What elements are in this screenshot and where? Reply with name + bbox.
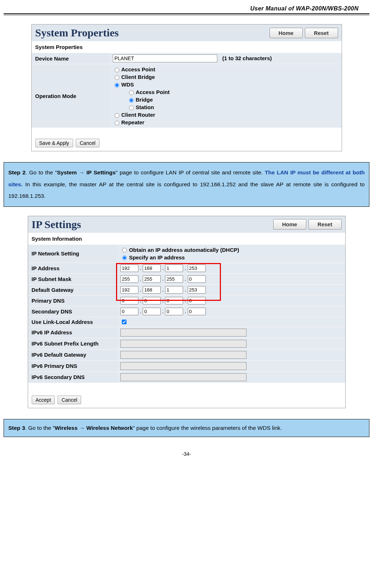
device-name-label: Device Name [32,53,109,64]
step2-prefix: Step 2 [8,169,26,175]
step3-prefix: Step 3 [8,425,25,431]
v6sd-label: IPv6 Secondary DNS [28,371,117,383]
mode-radio-wds-bridge[interactable] [129,98,134,103]
reset-button[interactable]: Reset [305,28,338,38]
mode-label-rp: Repeater [121,119,145,125]
step3-bold1: Wireless → Wireless Network [55,425,133,431]
section-heading: System Properties [32,41,342,53]
section-heading-ip: System Information [28,233,345,245]
sdns-label: Secondary DNS [28,306,117,317]
panel-title-ip: IP Settings [32,218,271,231]
ip-network-label: IP Network Setting [28,245,117,263]
linklocal-label: Use Link-Local Address [28,317,117,327]
step2-t1: . Go to the " [26,169,57,175]
ip-address-label: IP Address [28,263,117,273]
home-button[interactable]: Home [270,28,303,38]
step2-t2: " page to configure LAN IP of central si… [116,169,265,175]
accept-button[interactable]: Accept [32,396,55,404]
mode-radio-ap[interactable] [115,68,119,72]
gateway-label: Default Gateway [28,284,117,295]
home-button-ip[interactable]: Home [273,219,306,230]
v6ip-label: IPv6 IP Address [28,327,117,338]
v6pd-input[interactable] [120,362,247,370]
v6pl-input[interactable] [120,340,247,348]
mode-label-wds: WDS [121,81,134,88]
mode-label-wds-ap: Access Point [136,89,170,95]
linklocal-checkbox[interactable] [122,320,126,324]
panel-title: System Properties [35,27,267,39]
sdns-octet-2[interactable] [143,308,161,315]
sdns-octet-3[interactable] [165,308,183,315]
operation-mode-label: Operation Mode [32,64,109,128]
page-number: -34- [0,451,373,457]
mode-label-wds-station: Station [136,104,154,110]
ip-settings-panel: IP Settings Home Reset System Informatio… [28,216,346,408]
mode-label-cb: Client Bridge [121,74,155,80]
highlight-rectangle [116,263,221,301]
mode-radio-cr[interactable] [115,113,119,118]
device-name-input[interactable] [113,54,217,62]
v6ip-input[interactable] [120,329,247,337]
net-label-dhcp: Obtain an IP address automatically (DHCP… [129,247,239,253]
page-header: User Manual of WAP-200N/WBS-200N [4,4,369,13]
system-properties-panel: System Properties Home Reset System Prop… [31,24,342,151]
step2-t3: In this example, the master AP at the ce… [8,181,365,199]
cancel-button-ip[interactable]: Cancel [58,396,81,404]
mode-radio-wds-ap[interactable] [129,90,134,95]
device-name-hint: (1 to 32 characters) [222,55,272,61]
step3-t2: " page to configure the wireless paramet… [133,425,282,431]
v6sd-input[interactable] [120,373,247,381]
reset-button-ip[interactable]: Reset [308,219,342,230]
subnet-mask-label: IP Subnet Mask [28,273,117,284]
pdns-label: Primary DNS [28,295,117,306]
v6gw-input[interactable] [120,351,247,359]
v6pd-label: IPv6 Primary DNS [28,360,117,371]
mode-radio-wds[interactable] [115,83,119,88]
mode-radio-cb[interactable] [115,75,119,80]
mode-radio-rp[interactable] [115,121,119,125]
v6pl-label: IPv6 Subnet Prefix Length [28,338,117,349]
net-label-static: Specify an IP address [129,254,185,260]
mode-label-ap: Access Point [121,66,155,72]
v6gw-label: IPv6 Default Gateway [28,349,117,360]
sdns-octet-4[interactable] [188,308,206,315]
step3-callout: Step 3. Go to the "Wireless → Wireless N… [4,419,369,437]
mode-label-cr: Client Router [121,112,155,118]
save-apply-button[interactable]: Save & Apply [35,139,73,147]
step2-callout: Step 2. Go to the "System → IP Settings"… [4,162,369,207]
mode-label-wds-bridge: Bridge [136,97,153,103]
step3-t1: . Go to the " [25,425,55,431]
step2-bold1: System → IP Settings [57,169,116,175]
net-radio-dhcp[interactable] [122,248,127,253]
cancel-button[interactable]: Cancel [76,139,99,147]
sdns-octet-1[interactable] [120,308,138,315]
mode-radio-wds-station[interactable] [129,106,134,110]
net-radio-static[interactable] [122,255,127,260]
